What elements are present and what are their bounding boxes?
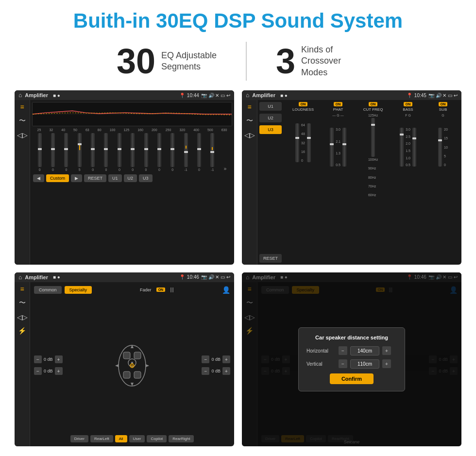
eq-icon-2[interactable]: ≡ bbox=[247, 103, 251, 111]
volume-icon-2[interactable]: ◁▷ bbox=[244, 131, 255, 139]
phat-slider-r[interactable] bbox=[342, 128, 346, 167]
stat1-number: 30 bbox=[117, 44, 155, 79]
eq-icon[interactable]: ≡ bbox=[20, 103, 24, 111]
phat-sliders: 3.02.11.30.5 bbox=[330, 118, 346, 167]
bt-icon[interactable]: ⚡ bbox=[18, 327, 26, 335]
wave-icon-2[interactable]: 〜 bbox=[246, 117, 253, 125]
svg-marker-15 bbox=[146, 364, 149, 367]
db-row-2: − 0 dB + bbox=[34, 367, 63, 375]
preset-u3[interactable]: U3 bbox=[259, 125, 282, 134]
fader-icon: ||| bbox=[170, 287, 174, 292]
eq-slider-3[interactable] bbox=[64, 133, 68, 167]
loudness-slider-r[interactable] bbox=[307, 123, 311, 162]
dialog-overlay: Car speaker distance setting Horizontal … bbox=[242, 272, 461, 446]
stat1-text: EQ Adjustable Segments bbox=[161, 50, 217, 73]
screen1-side-panel: ≡ 〜 ◁▷ bbox=[15, 100, 30, 264]
preset-u1[interactable]: U1 bbox=[259, 102, 282, 111]
eq-slider-11[interactable] bbox=[170, 133, 174, 167]
spk-driver[interactable]: Driver bbox=[70, 435, 88, 442]
screen-crossover: ⌂ Amplifier ■ ● 📍 10:45 📷 🔊 ✕ ▭ ↩ ≡ 〜 ◁▷ bbox=[242, 90, 461, 264]
eq-slider-6[interactable] bbox=[104, 133, 108, 167]
volume-icon[interactable]: ◁▷ bbox=[17, 131, 28, 139]
db-plus-fr[interactable]: + bbox=[222, 355, 230, 363]
eq-slider-7[interactable] bbox=[118, 133, 121, 167]
screen2-title: Amplifier bbox=[252, 92, 275, 98]
dialog-confirm-area: Confirm bbox=[306, 373, 397, 384]
svg-rect-4 bbox=[134, 352, 141, 359]
db-plus-rr[interactable]: + bbox=[222, 367, 230, 375]
db-minus-fr[interactable]: − bbox=[202, 355, 209, 363]
eq-slider-9[interactable] bbox=[144, 133, 148, 167]
screen3-icons: ■ ● bbox=[53, 274, 60, 280]
home-icon-2[interactable]: ⌂ bbox=[246, 92, 249, 99]
eq-slider-2[interactable] bbox=[51, 133, 55, 167]
eq-slider-14[interactable] bbox=[210, 133, 214, 167]
screen3-side-panel: ≡ 〜 ◁▷ ⚡ bbox=[15, 282, 30, 446]
phat-label: PHAT bbox=[333, 107, 343, 112]
screens-grid: ⌂ Amplifier ■ ● 📍 10:44 📷 🔊 ✕ ▭ ↩ ≡ 〜 ◁▷ bbox=[15, 90, 461, 446]
db-plus-rl[interactable]: + bbox=[55, 367, 63, 375]
play-button[interactable]: ▶ bbox=[71, 174, 82, 182]
bass-sliders: 3.02.52.01.51.00.5 bbox=[400, 118, 416, 167]
eq-slider-1[interactable] bbox=[38, 133, 42, 167]
bass-slider-l[interactable] bbox=[400, 128, 404, 167]
spk-user[interactable]: User bbox=[129, 435, 145, 442]
phat-section: ON PHAT — G — 3.02.11.30.5 bbox=[322, 102, 355, 262]
dialog-vertical-row: Vertical − 110cm + bbox=[306, 359, 397, 369]
db-minus-fl[interactable]: − bbox=[34, 355, 42, 363]
eq-slider-4[interactable] bbox=[78, 133, 82, 167]
eq-slider-8[interactable] bbox=[131, 133, 135, 167]
eq-icon-3[interactable]: ≡ bbox=[20, 285, 24, 293]
stat-crossover: 3 Kinds of Crossover Modes bbox=[247, 44, 389, 79]
loudness-slider-l[interactable] bbox=[295, 123, 299, 162]
screen2-body: ≡ 〜 ◁▷ U1 U2 U3 RESET bbox=[242, 100, 461, 264]
loudness-label: LOUDNESS bbox=[292, 107, 314, 112]
distance-dialog: Car speaker distance setting Horizontal … bbox=[298, 327, 405, 391]
volume-icon-3[interactable]: ◁▷ bbox=[17, 313, 28, 321]
tab-common[interactable]: Common bbox=[34, 286, 62, 294]
wave-icon-3[interactable]: 〜 bbox=[19, 299, 26, 307]
bass-slider-r[interactable] bbox=[412, 128, 416, 167]
cutfreq-slider[interactable] bbox=[371, 118, 375, 157]
vertical-minus[interactable]: − bbox=[339, 359, 347, 368]
u1-button[interactable]: U1 bbox=[108, 174, 122, 182]
tab-specialty[interactable]: Specialty bbox=[65, 286, 92, 294]
horizontal-minus[interactable]: − bbox=[339, 346, 347, 355]
db-minus-rr[interactable]: − bbox=[202, 367, 209, 375]
eq-slider-10[interactable] bbox=[157, 133, 161, 167]
db-value-rr: 0 dB bbox=[211, 369, 221, 373]
vertical-label: Vertical bbox=[306, 361, 336, 367]
horizontal-plus[interactable]: + bbox=[382, 346, 391, 355]
preset-buttons: U1 U2 U3 RESET bbox=[259, 102, 282, 262]
db-plus-fl[interactable]: + bbox=[55, 355, 63, 363]
home-icon-3[interactable]: ⌂ bbox=[18, 274, 22, 281]
vertical-plus[interactable]: + bbox=[382, 359, 391, 368]
wave-icon[interactable]: 〜 bbox=[19, 117, 26, 125]
u2-button[interactable]: U2 bbox=[124, 174, 137, 182]
custom-button[interactable]: Custom bbox=[46, 174, 69, 182]
spk-copilot[interactable]: Copilot bbox=[147, 435, 167, 442]
loudness-sliders: 644832160 bbox=[295, 114, 311, 162]
home-icon[interactable]: ⌂ bbox=[18, 92, 22, 99]
eq-slider-5[interactable] bbox=[91, 133, 95, 167]
eq-labels: 253240506380100125160200250320400500630 bbox=[32, 128, 232, 132]
svg-marker-14 bbox=[115, 364, 119, 367]
prev-button[interactable]: ◀ bbox=[33, 174, 44, 182]
eq-slider-13[interactable] bbox=[197, 133, 201, 167]
confirm-button[interactable]: Confirm bbox=[330, 373, 374, 384]
spk-rearleft[interactable]: RearLeft bbox=[90, 435, 113, 442]
tab-row: Common Specialty Fader ON ||| 👤 bbox=[32, 284, 232, 296]
preset-u2[interactable]: U2 bbox=[259, 114, 282, 122]
sub-slider[interactable] bbox=[438, 128, 442, 167]
dialog-title: Car speaker distance setting bbox=[306, 335, 397, 340]
eq-slider-12[interactable] bbox=[184, 133, 188, 167]
stat-eq: 30 EQ Adjustable Segments bbox=[87, 44, 246, 79]
u3-button[interactable]: U3 bbox=[139, 174, 153, 182]
spk-rearright[interactable]: RearRight bbox=[169, 435, 194, 442]
phat-slider-l[interactable] bbox=[330, 128, 334, 167]
db-minus-rl[interactable]: − bbox=[34, 367, 42, 375]
screen3-statusbar: ⌂ Amplifier ■ ● 📍 10:46 📷 🔊 ✕ ▭ ↩ bbox=[15, 272, 234, 282]
reset-btn-2[interactable]: RESET bbox=[259, 254, 282, 263]
reset-button[interactable]: RESET bbox=[84, 174, 106, 182]
spk-all[interactable]: All bbox=[115, 435, 127, 442]
